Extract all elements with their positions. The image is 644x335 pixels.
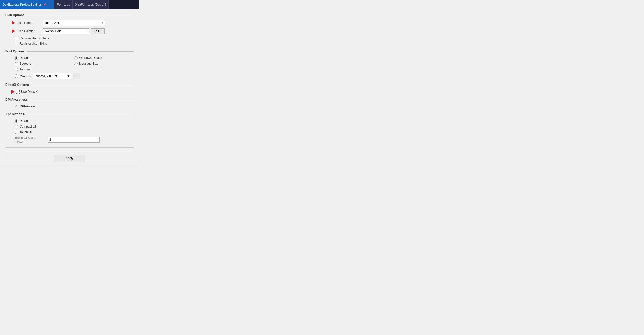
font-default-row: Default <box>15 56 74 60</box>
font-default-radio[interactable] <box>15 56 18 60</box>
font-custom-dots-button[interactable]: ... <box>73 73 80 79</box>
skin-palette-dropdown-arrow: ▼ <box>86 30 88 32</box>
font-options-title: Font Options <box>5 49 134 53</box>
skin-palette-dropdown[interactable]: Twenty Gold ▼ <box>43 28 89 34</box>
font-custom-dropdown-arrow: ▼ <box>67 74 70 78</box>
register-bonus-skins-row: Register Bonus Skins <box>5 37 134 40</box>
directx-options-title: DirectX Options <box>5 83 134 87</box>
skin-palette-value: Twenty Gold <box>44 29 62 33</box>
skin-palette-control: Twenty Gold ▼ Edit... <box>43 28 134 34</box>
arrow-right-icon <box>12 21 15 25</box>
app-ui-touch-label: Touch UI <box>20 130 32 134</box>
font-tahoma-label: Tahoma <box>20 68 31 71</box>
app-ui-radios: Default Compact UI Touch UI <box>5 119 134 134</box>
skin-palette-row: Skin Palette: Twenty Gold ▼ Edit... <box>5 28 134 34</box>
skin-palette-label: Skin Palette: <box>17 29 43 33</box>
apply-button[interactable]: Apply <box>54 155 85 162</box>
dpi-awareness-section: DPI Awareness ✓ DPI-Aware <box>5 98 134 108</box>
skin-name-arrow <box>10 21 17 25</box>
app-ui-compact-label: Compact UI <box>20 125 36 128</box>
font-custom-row: Custom Tahoma, 7.875pt ▼ ... <box>5 73 134 79</box>
app-ui-compact-row: Compact UI <box>15 125 134 128</box>
tab-xtraform1design-label: XtraForm1.cs [Design] <box>75 3 106 6</box>
skin-name-dropdown[interactable]: The Bezier ▼ <box>43 20 105 26</box>
directx-arrow-wrap <box>5 90 15 94</box>
font-segoe-label: Segoe UI <box>20 62 32 65</box>
dpi-aware-label: DPI-Aware <box>20 105 35 108</box>
font-tahoma-row: Tahoma <box>15 68 74 71</box>
dpi-awareness-title: DPI Awareness <box>5 98 134 102</box>
tab-form1cs-label: Form1.cs <box>57 3 70 6</box>
font-tahoma-radio[interactable] <box>15 68 18 71</box>
app-ui-default-label: Default <box>20 119 29 123</box>
font-windows-default-row: Windows Default <box>74 56 134 60</box>
bottom-divider <box>5 147 134 148</box>
skin-options-section: Skin Options Skin Name: The Bezier ▼ <box>5 13 134 45</box>
main-container: DevExpress Project Settings 📌 ✕ Form1.cs… <box>0 0 139 166</box>
font-custom-radio[interactable] <box>15 74 18 78</box>
touch-scale-label: Touch UI Scale Factor: <box>15 136 46 143</box>
font-windows-default-radio[interactable] <box>74 56 78 60</box>
app-ui-compact-radio[interactable] <box>15 125 18 128</box>
directx-options-section: DirectX Options ✓ Use DirectX <box>5 83 134 94</box>
app-ui-touch-radio[interactable] <box>15 131 18 134</box>
font-messagebox-radio[interactable] <box>74 62 78 65</box>
app-ui-default-radio[interactable] <box>15 119 18 123</box>
register-bonus-skins-checkbox[interactable] <box>15 37 18 40</box>
tab-close-devexpress[interactable]: ✕ <box>48 3 52 6</box>
tab-devexpress-settings[interactable]: DevExpress Project Settings 📌 ✕ <box>0 0 54 9</box>
skin-options-title: Skin Options <box>5 13 134 17</box>
register-bonus-skins-label: Register Bonus Skins <box>20 37 49 40</box>
skin-name-label: Skin Name: <box>17 21 43 25</box>
font-custom-value: Tahoma, 7.875pt <box>34 74 57 78</box>
pin-icon: 📌 <box>43 3 46 6</box>
application-ui-section: Application UI Default Compact UI Touch … <box>5 112 134 143</box>
tab-devexpress-label: DevExpress Project Settings <box>3 3 42 6</box>
font-options-section: Font Options Default Windows Default Seg… <box>5 49 134 79</box>
tab-bar: DevExpress Project Settings 📌 ✕ Form1.cs… <box>0 0 139 9</box>
font-radio-grid: Default Windows Default Segoe UI Message… <box>5 56 134 71</box>
register-user-skins-row: Register User Skins <box>5 42 134 45</box>
font-segoe-radio[interactable] <box>15 62 18 65</box>
font-messagebox-label: Message Box <box>79 62 98 65</box>
font-custom-label: Custom <box>20 74 31 78</box>
tab-form1cs[interactable]: Form1.cs <box>54 0 73 9</box>
dpi-aware-check-icon: ✓ <box>15 105 17 108</box>
skin-name-dropdown-arrow: ▼ <box>101 22 104 24</box>
button-area: Apply <box>5 152 134 162</box>
register-user-skins-label: Register User Skins <box>20 42 47 45</box>
use-directx-label: Use DirectX <box>21 90 38 94</box>
font-messagebox-row: Message Box <box>74 62 134 65</box>
skin-name-value: The Bezier <box>44 21 59 25</box>
arrow-right-icon-palette <box>12 29 15 33</box>
font-segoe-row: Segoe UI <box>15 62 74 65</box>
touch-scale-input[interactable] <box>48 137 100 143</box>
application-ui-title: Application UI <box>5 112 134 116</box>
skin-name-control: The Bezier ▼ <box>43 20 134 26</box>
tab-xtraform1design[interactable]: XtraForm1.cs [Design] <box>73 0 109 9</box>
skin-palette-edit-button[interactable]: Edit... <box>91 28 105 34</box>
skin-palette-arrow <box>10 29 17 33</box>
font-windows-default-label: Windows Default <box>79 56 102 60</box>
touch-scale-row: Touch UI Scale Factor: <box>5 136 134 143</box>
skin-name-row: Skin Name: The Bezier ▼ <box>5 20 134 26</box>
use-directx-checkbox[interactable]: ✓ <box>16 90 20 94</box>
register-user-skins-checkbox[interactable] <box>15 42 18 45</box>
app-ui-touch-row: Touch UI <box>15 130 134 134</box>
font-custom-dropdown[interactable]: Tahoma, 7.875pt ▼ <box>33 73 71 79</box>
app-ui-default-row: Default <box>15 119 134 123</box>
settings-panel: Skin Options Skin Name: The Bezier ▼ <box>0 9 139 166</box>
dpi-aware-row: ✓ DPI-Aware <box>5 105 134 108</box>
font-default-label: Default <box>20 56 29 60</box>
directx-arrow-icon <box>11 90 15 94</box>
directx-row: ✓ Use DirectX <box>5 90 134 94</box>
